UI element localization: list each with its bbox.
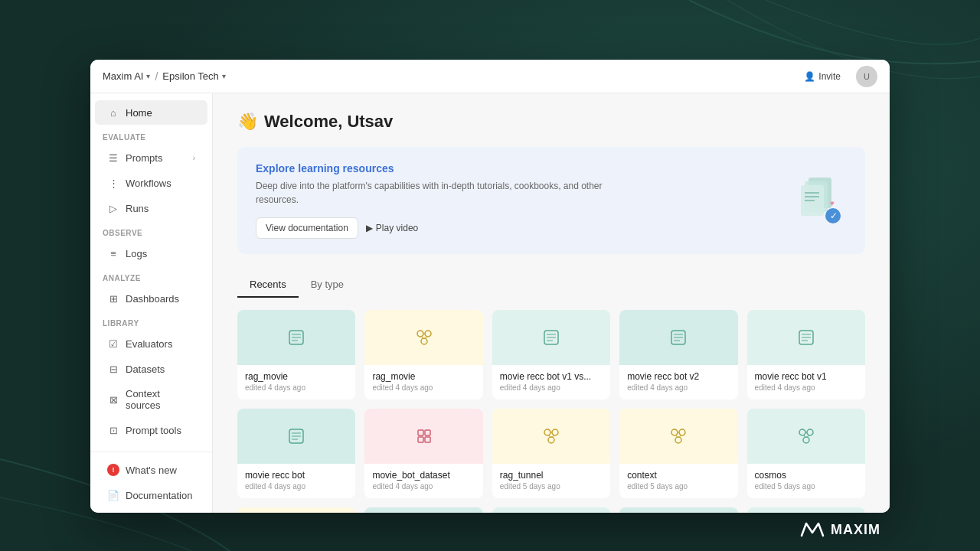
card-meta-6: edited 4 days ago	[245, 482, 348, 491]
recents-grid-row2: movie recc bot edited 4 days ago	[237, 409, 865, 498]
card-body-8: rag_tunnel edited 5 days ago	[492, 464, 610, 498]
card-movie-bot[interactable]: movie bot edited 5 days ago	[237, 507, 355, 513]
card-name-10: cosmos	[755, 470, 858, 481]
card-movie-bot-dataset[interactable]: movie_bot_dataset edited 4 days ago	[364, 409, 482, 498]
dashboards-icon: ⊞	[107, 292, 119, 305]
home-icon: ⌂	[107, 106, 119, 119]
sidebar-item-context-sources[interactable]: ⊠ Context sources	[95, 382, 207, 417]
svg-point-53	[807, 429, 813, 435]
maxim-logo-text: MAXIM	[831, 522, 880, 538]
card-body-10: cosmos edited 5 days ago	[747, 464, 865, 498]
play-icon: ▶	[366, 223, 373, 233]
view-documentation-button[interactable]: View documentation	[256, 217, 358, 239]
sidebar-item-documentation[interactable]: 📄 Documentation	[95, 483, 207, 507]
sidebar-item-home[interactable]: ⌂ Home	[95, 100, 207, 125]
main-window: Maxim AI ▾ / Epsilon Tech ▾ 👤 Invite U ⌂	[90, 60, 890, 513]
card-thumb-5	[747, 310, 865, 365]
sidebar-item-settings[interactable]: ⚙ Settings	[95, 508, 207, 513]
recents-grid-row3: movie bot edited 5 days ago	[237, 507, 865, 513]
topbar: Maxim AI ▾ / Epsilon Tech ▾ 👤 Invite U	[90, 60, 890, 93]
workflows-label: Workflows	[126, 178, 195, 189]
card-thumb-7	[364, 409, 482, 464]
datasets-label: Datasets	[126, 364, 195, 375]
card-rag-movie-2[interactable]: rag_movie edited 4 days ago	[364, 310, 482, 399]
explore-banner: Explore learning resources Deep dive int…	[237, 147, 865, 254]
tabs: Recents By type	[237, 272, 865, 298]
card-name-4: movie recc bot v2	[627, 371, 730, 382]
card-trave-v2-v1[interactable]: trave_v2 v1 edited 5 days ago	[619, 507, 737, 513]
svg-point-52	[799, 429, 805, 435]
context-sources-label: Context sources	[126, 388, 195, 411]
svg-text:♥: ♥	[830, 199, 835, 207]
workspace-chevron-icon: ▾	[222, 72, 226, 80]
section-analyze: ANALYZE	[90, 266, 212, 285]
sidebar-item-datasets[interactable]: ⊟ Datasets	[95, 357, 207, 381]
card-movie-recc-bot[interactable]: movie recc bot edited 4 days ago	[237, 409, 355, 498]
svg-rect-39	[425, 437, 430, 442]
sidebar-item-prompts[interactable]: ☰ Prompts ›	[95, 145, 207, 170]
card-meta-5: edited 4 days ago	[755, 383, 858, 392]
card-body-9: context edited 5 days ago	[619, 464, 737, 498]
card-movie-recc-v1[interactable]: movie recc bot v1 edited 4 days ago	[747, 310, 865, 399]
user-initial: U	[864, 72, 870, 81]
card-movie-recc-vs[interactable]: movie recc bot v1 vs... edited 4 days ag…	[492, 310, 610, 399]
card-thumb-1	[237, 310, 355, 365]
dashboards-label: Dashboards	[126, 293, 195, 305]
user-avatar[interactable]: U	[856, 66, 877, 87]
card-meta-3: edited 4 days ago	[500, 383, 603, 392]
topbar-right: 👤 Invite U	[798, 66, 877, 87]
play-video-button[interactable]: ▶ Play video	[366, 223, 418, 233]
content-area: 👋 Welcome, Utsav Explore learning resour…	[213, 93, 890, 513]
svg-point-40	[544, 429, 550, 435]
sidebar-item-dashboards[interactable]: ⊞ Dashboards	[95, 286, 207, 311]
card-travel-bot-vs[interactable]: travel_bot v1 vs trav... edited 5 days a…	[747, 507, 865, 513]
workspace-selector[interactable]: Epsilon Tech ▾	[162, 70, 225, 82]
svg-text:✓: ✓	[830, 210, 838, 221]
card-rag-movie-1[interactable]: rag_movie edited 4 days ago	[237, 310, 355, 399]
svg-point-16	[421, 338, 427, 344]
card-context[interactable]: context edited 5 days ago	[619, 409, 737, 498]
evaluators-label: Evaluators	[126, 338, 195, 350]
breadcrumb-separator: /	[155, 70, 158, 83]
invite-button[interactable]: 👤 Invite	[798, 68, 847, 85]
tab-recents[interactable]: Recents	[237, 272, 299, 298]
card-thumb-10	[747, 409, 865, 464]
card-body-5: movie recc bot v1 edited 4 days ago	[747, 365, 865, 399]
page-title: 👋 Welcome, Utsav	[237, 112, 865, 132]
documentation-label: Documentation	[126, 490, 195, 501]
prompts-icon: ☰	[107, 152, 119, 164]
card-name-3: movie recc bot v1 vs...	[500, 371, 603, 382]
svg-point-14	[417, 331, 423, 337]
card-body-7: movie_bot_dataset edited 4 days ago	[364, 464, 482, 498]
card-travel-bot-v1[interactable]: travel_bot v1 edited 5 days ago	[492, 507, 610, 513]
sidebar-item-evaluators[interactable]: ☑ Evaluators	[95, 331, 207, 356]
svg-rect-37	[425, 430, 430, 435]
org-selector[interactable]: Maxim AI ▾	[103, 70, 150, 82]
card-name-5: movie recc bot v1	[755, 371, 858, 382]
sidebar-item-workflows[interactable]: ⋮ Workflows	[95, 171, 207, 195]
svg-point-54	[803, 437, 809, 443]
card-thumb-11	[237, 507, 355, 513]
tab-by-type[interactable]: By type	[299, 272, 356, 298]
card-thumb-12	[364, 507, 482, 513]
sidebar-item-whats-new[interactable]: ! What's new	[95, 458, 207, 482]
card-name-8: rag_tunnel	[500, 470, 603, 481]
card-meta-1: edited 4 days ago	[245, 383, 348, 392]
sidebar-item-logs[interactable]: ≡ Logs	[95, 241, 207, 266]
card-rag-tunnel[interactable]: rag_tunnel edited 5 days ago	[492, 409, 610, 498]
runs-label: Runs	[126, 203, 195, 214]
sidebar-item-runs[interactable]: ▷ Runs	[95, 196, 207, 220]
card-name-2: rag_movie	[372, 371, 475, 382]
recents-grid-row1: rag_movie edited 4 days ago	[237, 310, 865, 399]
card-thumb-15	[747, 507, 865, 513]
evaluators-icon: ☑	[107, 337, 119, 350]
card-cosmos[interactable]: cosmos edited 5 days ago	[747, 409, 865, 498]
maxim-logo-icon	[800, 520, 825, 539]
card-trave-v2-v2[interactable]: trave_v2 v2 edited 5 days ago	[364, 507, 482, 513]
sidebar-item-prompt-tools[interactable]: ⊡ Prompt tools	[95, 418, 207, 442]
card-movie-recc-v2[interactable]: movie recc bot v2 edited 4 days ago	[619, 310, 737, 399]
card-meta-2: edited 4 days ago	[372, 383, 475, 392]
svg-point-48	[675, 437, 681, 443]
card-meta-10: edited 5 days ago	[755, 482, 858, 491]
datasets-icon: ⊟	[107, 363, 119, 375]
